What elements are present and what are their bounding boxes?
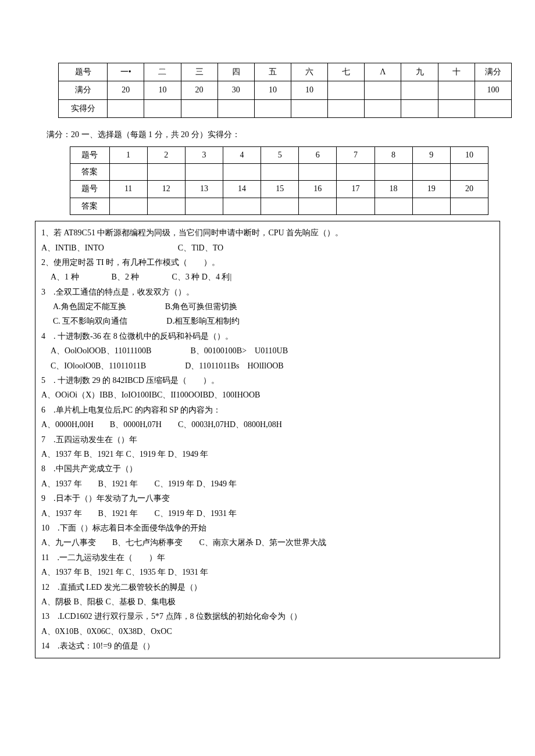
question-4-options-1: A、OolOolOOB、11011100B B、00100100B> U0110… <box>41 345 494 357</box>
cell: 10 <box>450 146 488 163</box>
question-3-options-2: C. 互不影响双向通信 D.相互影响互相制约 <box>41 315 494 328</box>
cell <box>261 163 299 180</box>
answer-row-2a: 答案 <box>70 198 488 214</box>
question-6-options: A、0000H,00H B、0000H,07H C、0003H,07HD、080… <box>41 418 494 431</box>
question-6: 6 .单片机上电复位后,PC 的内容和 SP 的内容为： <box>41 404 494 417</box>
opt-d: D、11011011Bs HOlIlOOB <box>185 361 284 370</box>
score-row-full: 满分 20 10 20 30 10 10 100 <box>59 81 512 99</box>
cell: 五 <box>254 63 291 81</box>
cell: 满分 <box>59 81 108 99</box>
question-10: 10 .下面（）标志着日本全面侵华战争的开始 <box>41 522 494 535</box>
cell <box>217 99 254 117</box>
opt-d: D.相互影响互相制约 <box>166 317 240 325</box>
question-4-options-2: C、IOloolO0B、11011011B D、11011011Bs HOlIl… <box>41 360 494 372</box>
cell <box>450 198 488 214</box>
cell <box>475 99 511 117</box>
opt-b: B、00100100B> U0110UB <box>190 346 288 355</box>
opt-a: A、INTlB、INTO <box>41 243 104 252</box>
score-row-actual: 实得分 <box>59 99 512 117</box>
cell <box>144 99 181 117</box>
cell: 九 <box>401 63 438 81</box>
score-table: 题号 一• 二 三 四 五 六 七 Λ 九 十 满分 满分 20 10 20 3… <box>58 63 512 118</box>
question-13-options: A、0X10B、0X06C、0X38D、OxOC <box>41 625 494 638</box>
question-7-options: A、1937 年 B、1921 年 C、1919 年 D、1949 年 <box>41 448 494 461</box>
cell: 答案 <box>70 163 110 180</box>
cell: 10 <box>291 81 327 99</box>
cell: 二 <box>144 63 181 81</box>
question-7: 7 .五四运动发生在（）年 <box>41 433 494 446</box>
cell: 四 <box>217 63 254 81</box>
question-14: 14 .表达式：10!=9 的值是（） <box>41 640 494 653</box>
cell: 六 <box>291 63 327 81</box>
cell: 7 <box>337 146 374 163</box>
cell <box>438 99 475 117</box>
cell <box>147 198 185 214</box>
cell <box>185 163 223 180</box>
cell: 20 <box>450 181 488 198</box>
cell: 15 <box>261 181 299 198</box>
cell <box>337 163 374 180</box>
cell <box>299 163 337 180</box>
answer-row-1h: 题号 1 2 3 4 5 6 7 8 9 10 <box>70 146 488 163</box>
cell <box>147 163 185 180</box>
question-2-options: A、1 种 B、2 种 C、3 种 D、4 利| <box>41 271 494 284</box>
cell <box>109 163 147 180</box>
cell <box>185 198 223 214</box>
opt-a: A、OolOolOOB、11011100B <box>51 346 151 355</box>
question-8-options: A、1937 年 B、1921 年 C、1919 年 D、1949 年 <box>41 478 494 490</box>
score-row-header: 题号 一• 二 三 四 五 六 七 Λ 九 十 满分 <box>59 63 512 81</box>
question-8: 8 .中国共产党成立于（） <box>41 463 494 475</box>
opt-c: C、IOloolO0B、11011011B <box>51 361 146 370</box>
cell: 三 <box>181 63 217 81</box>
question-11-options: A、1937 年 B、1921 年 C、1935 年 D、1931 年 <box>41 566 494 579</box>
question-13: 13 .LCD1602 进行双行显示，5*7 点阵，8 位数据线的初始化命令为（… <box>41 610 494 623</box>
cell <box>109 198 147 214</box>
question-4: 4 . 十进制数-36 在 8 位微机中的反码和补码是（）。 <box>41 330 494 343</box>
cell <box>291 99 327 117</box>
cell <box>365 99 401 117</box>
cell <box>223 198 261 214</box>
cell: 3 <box>185 146 223 163</box>
cell: 七 <box>328 63 365 81</box>
cell: 一• <box>108 63 144 81</box>
cell <box>365 81 401 99</box>
cell <box>337 198 374 214</box>
cell: 8 <box>374 146 412 163</box>
opt-b: B.角色可换但需切换 <box>165 302 238 311</box>
cell: 20 <box>108 81 144 99</box>
opt-a: A.角色固定不能互换 <box>53 302 126 311</box>
cell: 14 <box>223 181 261 198</box>
cell <box>328 99 365 117</box>
cell: 10 <box>144 81 181 99</box>
cell: 16 <box>299 181 337 198</box>
cell <box>254 99 291 117</box>
cell: 30 <box>217 81 254 99</box>
cell: 13 <box>185 181 223 198</box>
cell: 1 <box>109 146 147 163</box>
question-11: 11 .一二九运动发生在（ ）年 <box>41 551 494 564</box>
cell: 5 <box>261 146 299 163</box>
cell: 题号 <box>59 63 108 81</box>
question-5-options: A、OOiOi（X）IBB、IoIO100IBC、II100OOIBD、100I… <box>41 389 494 402</box>
cell <box>412 198 450 214</box>
question-3-options-1: A.角色固定不能互换 B.角色可换但需切换 <box>41 300 494 313</box>
cell: 11 <box>109 181 147 198</box>
question-2: 2、使用定时器 TI 时，有几种工作模式（ ）。 <box>41 256 494 269</box>
question-9-options: A、1937 年 B、1921 年 C、1919 年 D、1931 年 <box>41 507 494 520</box>
cell: 答案 <box>70 198 110 214</box>
question-12: 12 .直插式 LED 发光二极管较长的脚是（） <box>41 581 494 594</box>
cell: 100 <box>475 81 511 99</box>
cell: 十 <box>438 63 475 81</box>
cell <box>450 163 488 180</box>
cell: 满分 <box>475 63 511 81</box>
cell: 17 <box>337 181 374 198</box>
cell <box>261 198 299 214</box>
cell <box>108 99 144 117</box>
cell: 10 <box>254 81 291 99</box>
cell <box>328 81 365 99</box>
question-1: 1、若 AT89C51 中断源都编程为同级，当它们同时申请中断时，CPU 首先响… <box>41 227 494 239</box>
cell <box>299 198 337 214</box>
section-1-header: 满分：20 一、选择题（每题 1 分，共 20 分）实得分： <box>47 128 500 141</box>
cell: Λ <box>365 63 401 81</box>
cell <box>401 99 438 117</box>
